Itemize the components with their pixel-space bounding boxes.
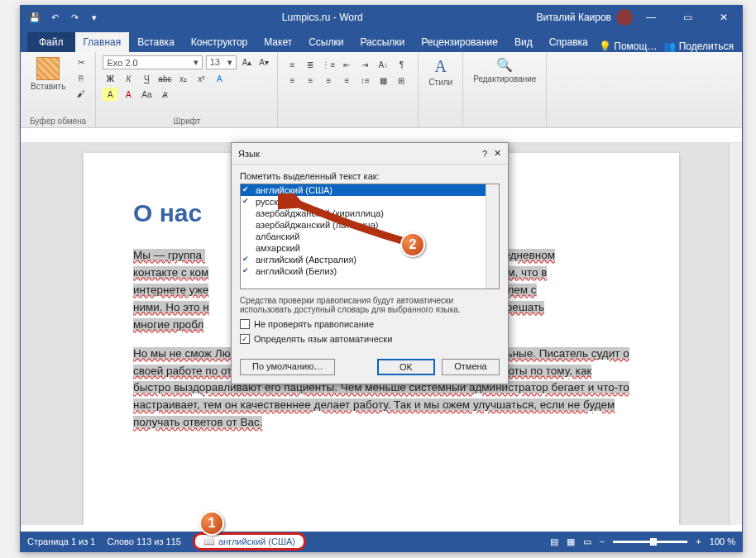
align-right-icon[interactable]: ≡	[321, 74, 336, 87]
numbering-icon[interactable]: ≣	[303, 58, 318, 71]
subscript-button[interactable]: x₂	[175, 72, 190, 85]
tab-layout[interactable]: Макет	[256, 32, 300, 52]
lang-item-en-bz[interactable]: ✔английский (Белиз)	[241, 265, 499, 277]
spellcheck-icon: ✔	[242, 255, 249, 263]
maximize-button[interactable]: ▭	[669, 6, 706, 29]
lang-item-am[interactable]: амхарский	[241, 242, 499, 254]
underline-button[interactable]: Ч	[139, 72, 154, 85]
font-color-icon[interactable]: A	[121, 88, 136, 101]
group-paragraph: ≡ ≣ ⋮≡ ⇤ ⇥ A↓ ¶ ≡ ≡ ≡ ≡ ↕≡ ▦ ⊞	[278, 52, 419, 127]
shading-icon[interactable]: ▦	[376, 74, 390, 87]
cut-icon[interactable]: ✂	[74, 55, 89, 69]
dialog-info: Средства проверки правописания будут авт…	[240, 296, 500, 314]
font-name-combo[interactable]: Exo 2.0▾	[103, 55, 202, 69]
align-left-icon[interactable]: ≡	[285, 74, 299, 87]
align-center-icon[interactable]: ≡	[303, 74, 318, 87]
show-marks-icon[interactable]: ¶	[394, 58, 409, 71]
qat-dropdown-icon[interactable]: ▾	[87, 10, 102, 25]
shrink-font-icon[interactable]: A▾	[257, 55, 271, 69]
language-dialog: Язык ? ✕ Пометить выделенный текст как: …	[231, 142, 509, 384]
bold-button[interactable]: Ж	[103, 72, 117, 85]
font-size-combo[interactable]: 13▾	[206, 55, 237, 69]
clear-formatting-icon[interactable]: A̷	[157, 88, 172, 101]
help-icon[interactable]: ?	[476, 149, 494, 159]
zoom-out-icon[interactable]: −	[600, 537, 605, 546]
list-scrollbar[interactable]	[486, 184, 499, 289]
borders-icon[interactable]: ⊞	[394, 74, 409, 87]
tab-file[interactable]: Файл	[27, 32, 75, 52]
titlebar: 💾 ↶ ↷ ▾ Lumpics.ru - Word Виталий Каиров…	[21, 6, 742, 29]
line-spacing-icon[interactable]: ↕≡	[357, 74, 372, 87]
tab-home[interactable]: Главная	[75, 32, 130, 52]
print-layout-icon[interactable]: ▦	[567, 537, 575, 547]
highlight-icon[interactable]: A	[103, 88, 117, 101]
share-button[interactable]: 👥 Поделиться	[663, 41, 734, 52]
increase-indent-icon[interactable]: ⇥	[357, 58, 372, 71]
change-case-icon[interactable]: Aa	[139, 88, 154, 101]
tab-help[interactable]: Справка	[541, 32, 596, 52]
close-button[interactable]: ✕	[706, 6, 742, 29]
chevron-down-icon: ▾	[194, 57, 199, 68]
group-font: Exo 2.0▾ 13▾ A▴ A▾ Ж К Ч abc x₂ x² A A A	[96, 52, 278, 127]
lang-item-sq[interactable]: албанский	[241, 231, 499, 242]
grow-font-icon[interactable]: A▴	[240, 55, 254, 69]
ruler[interactable]	[21, 128, 742, 143]
user-avatar[interactable]	[616, 9, 633, 26]
strikethrough-button[interactable]: abc	[157, 72, 172, 85]
dialog-titlebar: Язык ? ✕	[232, 143, 508, 165]
zoom-in-icon[interactable]: +	[696, 537, 701, 546]
clipboard-label: Буфер обмена	[27, 115, 89, 126]
lang-item-az-cyr[interactable]: азербайджанский (кириллица)	[241, 207, 499, 219]
text-effects-icon[interactable]: A	[212, 72, 227, 85]
word-count[interactable]: Слово 113 из 115	[107, 537, 181, 546]
editing-button[interactable]: 🔍 Редактирование	[470, 55, 539, 85]
sort-icon[interactable]: A↓	[376, 58, 390, 71]
styles-icon: A	[435, 57, 447, 76]
spellcheck-icon: ✔	[242, 266, 249, 274]
save-icon[interactable]: 💾	[27, 10, 42, 25]
page-indicator[interactable]: Страница 1 из 1	[27, 537, 95, 546]
language-list[interactable]: ✔английский (США) ✔русский азербайджанск…	[240, 184, 500, 289]
redo-icon[interactable]: ↷	[67, 10, 82, 25]
zoom-level[interactable]: 100 %	[710, 537, 735, 546]
decrease-indent-icon[interactable]: ⇤	[339, 58, 354, 71]
styles-button[interactable]: A Стили	[425, 55, 456, 88]
italic-button[interactable]: К	[121, 72, 136, 85]
superscript-button[interactable]: x²	[194, 72, 208, 85]
paste-button[interactable]: Вставить	[27, 55, 69, 93]
justify-icon[interactable]: ≡	[339, 74, 354, 87]
tab-design[interactable]: Конструктор	[183, 32, 256, 52]
cancel-button[interactable]: Отмена	[442, 359, 500, 375]
bullets-icon[interactable]: ≡	[285, 58, 299, 71]
ok-button[interactable]: OK	[377, 359, 435, 375]
chk-no-proof[interactable]: Не проверять правописание	[240, 319, 500, 329]
chk-auto-detect[interactable]: ✓ Определять язык автоматически	[240, 334, 500, 344]
dialog-close-icon[interactable]: ✕	[494, 148, 501, 159]
chevron-down-icon: ▾	[227, 57, 232, 68]
web-layout-icon[interactable]: ▭	[583, 537, 591, 547]
tab-review[interactable]: Рецензирование	[413, 32, 506, 52]
lang-item-en-au[interactable]: ✔английский (Австралия)	[241, 254, 499, 265]
default-button[interactable]: По умолчанию…	[240, 359, 335, 375]
lang-item-en-us[interactable]: ✔английский (США)	[241, 184, 499, 196]
copy-icon[interactable]: ⎘	[74, 71, 89, 84]
tab-references[interactable]: Ссылки	[300, 32, 352, 52]
check-icon: ✔	[242, 185, 249, 193]
vertical-scrollbar[interactable]	[729, 143, 742, 525]
tell-me[interactable]: 💡 Помощ…	[599, 41, 657, 52]
quick-access-toolbar: 💾 ↶ ↷ ▾	[21, 10, 108, 25]
group-clipboard: Вставить ✂ ⎘ 🖌 Буфер обмена	[21, 52, 96, 127]
zoom-slider[interactable]	[613, 541, 687, 543]
minimize-button[interactable]: —	[633, 6, 669, 29]
lang-item-az-lat[interactable]: азербайджанский (латиница)	[241, 219, 499, 231]
multilevel-icon[interactable]: ⋮≡	[321, 58, 336, 71]
paragraph-label	[285, 124, 411, 126]
tab-insert[interactable]: Вставка	[129, 32, 183, 52]
lang-item-ru[interactable]: ✔русский	[241, 196, 499, 207]
tab-mailings[interactable]: Рассылки	[352, 32, 413, 52]
undo-icon[interactable]: ↶	[47, 10, 62, 25]
tab-view[interactable]: Вид	[506, 32, 541, 52]
read-mode-icon[interactable]: ▤	[550, 537, 558, 547]
format-painter-icon[interactable]: 🖌	[74, 87, 89, 100]
checkbox-checked-icon: ✓	[240, 334, 250, 344]
